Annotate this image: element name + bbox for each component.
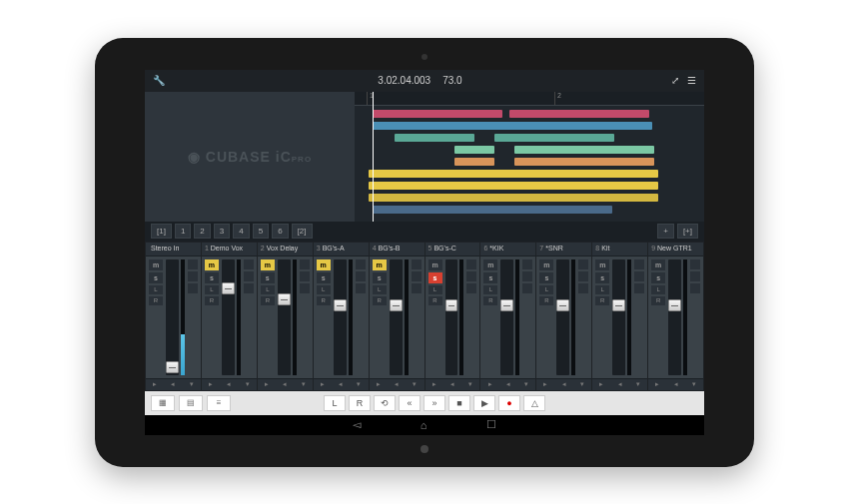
expand-channel-icon[interactable]: ▾ — [294, 379, 312, 390]
read-button[interactable]: R — [149, 296, 163, 305]
monitor-icon[interactable]: ◂ — [499, 379, 517, 390]
channel-header[interactable]: 2Vox Delay — [258, 243, 313, 256]
channel-header[interactable]: Stereo In — [146, 243, 201, 256]
listen-button[interactable]: L — [317, 285, 331, 294]
channel-link-button[interactable] — [690, 271, 700, 281]
clip[interactable] — [454, 146, 494, 154]
view-list-icon[interactable]: ≡ — [207, 395, 231, 411]
forward-button[interactable]: » — [424, 395, 445, 411]
solo-button[interactable]: s — [539, 272, 553, 283]
automation-icon[interactable]: ▸ — [648, 379, 666, 390]
channel-aux-button[interactable] — [690, 283, 700, 293]
channel-edit-button[interactable] — [188, 259, 198, 269]
playhead[interactable] — [373, 92, 374, 222]
listen-button[interactable]: L — [651, 285, 665, 294]
read-button[interactable]: R — [651, 296, 665, 305]
expand-icon[interactable]: ⤢ — [671, 75, 679, 86]
channel-header[interactable]: 4BG's-B — [370, 243, 424, 256]
solo-button[interactable]: s — [261, 272, 275, 283]
automation-icon[interactable]: ▸ — [314, 379, 332, 390]
locator-left-button[interactable]: L — [324, 395, 346, 411]
fader-cap[interactable] — [556, 299, 569, 311]
channel-aux-button[interactable] — [578, 283, 588, 293]
monitor-icon[interactable]: ◂ — [332, 379, 350, 390]
expand-channel-icon[interactable]: ▾ — [183, 379, 201, 390]
solo-button[interactable]: s — [205, 272, 219, 283]
monitor-icon[interactable]: ◂ — [220, 379, 238, 390]
fader-cap[interactable] — [445, 299, 458, 311]
expand-channel-icon[interactable]: ▾ — [350, 379, 368, 390]
mute-button[interactable]: m — [595, 259, 609, 270]
channel-edit-button[interactable] — [300, 259, 310, 269]
channel-link-button[interactable] — [412, 271, 422, 281]
channel-header[interactable]: 9New GTR1 — [648, 243, 703, 256]
channel-edit-button[interactable] — [578, 259, 588, 269]
channel-aux-button[interactable] — [412, 283, 422, 293]
record-button[interactable]: ● — [498, 395, 520, 411]
clip[interactable] — [369, 170, 658, 178]
settings-icon[interactable]: 🔧 — [153, 75, 165, 86]
bank-page-last[interactable]: [2] — [292, 224, 313, 239]
home-icon[interactable]: ⌂ — [421, 419, 427, 431]
back-icon[interactable]: ◅ — [353, 418, 361, 431]
channel-header[interactable]: 7*SNR — [536, 243, 591, 256]
read-button[interactable]: R — [483, 296, 497, 305]
timeline[interactable]: 12 — [355, 92, 704, 222]
expand-channel-icon[interactable]: ▾ — [461, 379, 479, 390]
read-button[interactable]: R — [595, 296, 609, 305]
fader-cap[interactable] — [166, 361, 179, 373]
fader-cap[interactable] — [278, 293, 291, 305]
clip[interactable] — [514, 158, 654, 166]
solo-button[interactable]: s — [149, 272, 163, 283]
locator-right-button[interactable]: R — [349, 395, 371, 411]
fader-track[interactable] — [500, 259, 513, 375]
channel-aux-button[interactable] — [466, 283, 476, 293]
listen-button[interactable]: L — [149, 285, 163, 294]
solo-button[interactable]: s — [317, 272, 331, 283]
channel-aux-button[interactable] — [300, 283, 310, 293]
listen-button[interactable]: L — [373, 285, 387, 294]
automation-icon[interactable]: ▸ — [425, 379, 443, 390]
mute-button[interactable]: m — [205, 259, 219, 270]
channel-aux-button[interactable] — [522, 283, 532, 293]
channel-edit-button[interactable] — [466, 259, 476, 269]
position-display[interactable]: 3.02.04.003 — [378, 75, 430, 86]
automation-icon[interactable]: ▸ — [592, 379, 610, 390]
read-button[interactable]: R — [428, 296, 442, 305]
channel-edit-button[interactable] — [412, 259, 422, 269]
listen-button[interactable]: L — [428, 285, 442, 294]
loop-button[interactable]: ⟲ — [374, 395, 396, 411]
view-mixer-icon[interactable]: ▦ — [151, 395, 175, 411]
clip[interactable] — [369, 182, 658, 190]
channel-header[interactable]: 5BG's-C — [425, 243, 480, 256]
fader-track[interactable] — [278, 259, 291, 375]
recent-icon[interactable]: ☐ — [486, 418, 496, 431]
channel-header[interactable]: 1Demo Vox — [202, 243, 257, 256]
tempo-display[interactable]: 73.0 — [442, 75, 461, 86]
listen-button[interactable]: L — [261, 285, 275, 294]
monitor-icon[interactable]: ◂ — [443, 379, 461, 390]
view-keys-icon[interactable]: ▤ — [179, 395, 203, 411]
read-button[interactable]: R — [539, 296, 553, 305]
fader-track[interactable] — [445, 259, 458, 375]
channel-aux-button[interactable] — [188, 283, 198, 293]
fader-track[interactable] — [334, 259, 347, 375]
bank-button[interactable]: 6 — [272, 224, 288, 239]
listen-button[interactable]: L — [205, 285, 219, 294]
automation-icon[interactable]: ▸ — [480, 379, 498, 390]
fader-cap[interactable] — [222, 282, 235, 294]
stop-button[interactable]: ■ — [448, 395, 470, 411]
expand-channel-icon[interactable]: ▾ — [517, 379, 535, 390]
channel-edit-button[interactable] — [244, 259, 254, 269]
fader-cap[interactable] — [612, 299, 625, 311]
bank-button[interactable]: 1 — [175, 224, 191, 239]
fader-track[interactable] — [612, 259, 625, 375]
fader-track[interactable] — [668, 259, 681, 375]
bank-button[interactable]: 4 — [233, 224, 249, 239]
fader-cap[interactable] — [500, 299, 513, 311]
channel-link-button[interactable] — [300, 271, 310, 281]
clip[interactable] — [373, 110, 502, 118]
ruler[interactable]: 12 — [355, 92, 704, 106]
expand-channel-icon[interactable]: ▾ — [629, 379, 647, 390]
automation-icon[interactable]: ▸ — [146, 379, 164, 390]
